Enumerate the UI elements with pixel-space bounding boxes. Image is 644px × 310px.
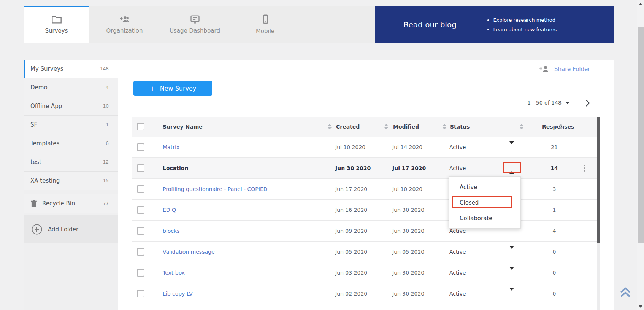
table-row: Text box Jun 03 2020 Jun 30 2020 Active … bbox=[132, 262, 597, 283]
status-value: Active bbox=[449, 144, 466, 150]
modified-date: Jun 30 2020 bbox=[392, 228, 424, 234]
row-checkbox[interactable] bbox=[137, 206, 144, 214]
survey-name-link[interactable]: Location bbox=[163, 165, 188, 171]
folder-label: Templates bbox=[30, 140, 59, 147]
tab-surveys[interactable]: Surveys bbox=[24, 6, 89, 43]
responses-count: 0 bbox=[543, 291, 566, 297]
share-folder-label: Share Folder bbox=[554, 66, 590, 73]
row-checkbox[interactable] bbox=[137, 248, 144, 256]
share-folder-button[interactable]: Share Folder bbox=[539, 65, 590, 74]
table-row: Lib copy LV Jun 02 2020 Jun 30 2020 Acti… bbox=[132, 283, 597, 304]
dashboard-icon bbox=[190, 15, 200, 24]
folder-count: 4 bbox=[106, 85, 109, 90]
status-value: Active bbox=[449, 228, 466, 234]
sidebar-item-offline-app[interactable]: Offline App 10 bbox=[24, 97, 118, 116]
column-header-created[interactable]: Created bbox=[336, 124, 360, 130]
survey-name-link[interactable]: Lib copy LV bbox=[163, 291, 193, 297]
person-add-icon bbox=[119, 15, 130, 24]
table-row: Profiling questionnaire - Panel - COPIED… bbox=[132, 179, 597, 200]
sidebar-item-sf[interactable]: SF 1 bbox=[24, 116, 118, 134]
tab-label: Surveys bbox=[45, 27, 68, 34]
survey-dashboard-page: Surveys Organization Usage Dashboard bbox=[0, 0, 644, 310]
status-option-collaborate[interactable]: Collaborate bbox=[449, 210, 520, 226]
sort-icon[interactable] bbox=[520, 124, 523, 129]
tab-usage-dashboard[interactable]: Usage Dashboard bbox=[160, 6, 230, 43]
responses-count: 0 bbox=[543, 249, 566, 255]
status-option-active[interactable]: Active bbox=[449, 179, 520, 195]
status-dropdown-toggle[interactable] bbox=[509, 144, 514, 150]
tab-label: Usage Dashboard bbox=[170, 27, 220, 34]
survey-list-area: Share Folder + New Survey 1 - 50 of 148 … bbox=[118, 60, 614, 310]
row-checkbox[interactable] bbox=[137, 269, 144, 277]
sidebar-item-xa-testing[interactable]: XA testing 15 bbox=[24, 172, 118, 190]
new-survey-label: New Survey bbox=[160, 85, 197, 92]
survey-name-link[interactable]: ED Q bbox=[163, 207, 176, 213]
next-page-button[interactable] bbox=[583, 99, 592, 107]
folder-count: 12 bbox=[103, 159, 109, 165]
column-header-modified[interactable]: Modified bbox=[393, 124, 419, 130]
sidebar-item-recycle-bin[interactable]: Recycle Bin 77 bbox=[24, 194, 118, 213]
row-checkbox[interactable] bbox=[137, 185, 144, 193]
blog-banner-title[interactable]: Read our blog bbox=[375, 20, 485, 29]
sidebar-item-test[interactable]: test 12 bbox=[24, 153, 118, 172]
sort-icon[interactable] bbox=[328, 124, 332, 129]
row-checkbox[interactable] bbox=[137, 164, 144, 172]
created-date: Jul 10 2020 bbox=[335, 144, 365, 150]
survey-name-link[interactable]: Text box bbox=[163, 270, 185, 276]
add-folder-button[interactable]: Add Folder bbox=[24, 215, 118, 243]
sidebar-item-demo[interactable]: Demo 4 bbox=[24, 78, 118, 97]
select-all-checkbox[interactable] bbox=[137, 123, 144, 130]
sidebar-item-my-surveys[interactable]: My Surveys 148 bbox=[24, 60, 118, 78]
survey-name-link[interactable]: Profiling questionnaire - Panel - COPIED bbox=[163, 186, 268, 192]
status-dropdown-toggle[interactable] bbox=[509, 291, 514, 297]
tab-label: Organization bbox=[106, 27, 143, 34]
scroll-to-top-icon[interactable] bbox=[619, 286, 632, 298]
survey-name-link[interactable]: blocks bbox=[163, 228, 179, 234]
status-dropdown-toggle[interactable] bbox=[509, 249, 514, 255]
table-scrollbar-thumb[interactable] bbox=[597, 117, 600, 243]
modified-date: Jul 17 2020 bbox=[392, 165, 426, 171]
plus-circle-icon bbox=[31, 224, 43, 235]
folder-label: Demo bbox=[30, 84, 48, 91]
page-scrollbar-thumb[interactable] bbox=[638, 27, 644, 243]
status-dropdown-toggle[interactable] bbox=[509, 228, 514, 234]
row-checkbox[interactable] bbox=[137, 143, 144, 151]
scrollbar-down-arrow-icon[interactable] bbox=[639, 305, 642, 308]
page-scrollbar[interactable] bbox=[637, 0, 644, 310]
row-actions-kebab-icon[interactable] bbox=[584, 165, 585, 172]
created-date: Jun 05 2020 bbox=[335, 249, 367, 255]
folder-count: 6 bbox=[106, 141, 109, 146]
folder-label: SF bbox=[30, 121, 37, 128]
column-header-survey-name[interactable]: Survey Name bbox=[163, 124, 203, 130]
status-dropdown-toggle[interactable] bbox=[509, 270, 514, 276]
add-folder-label: Add Folder bbox=[48, 226, 78, 233]
modified-date: Jun 30 2020 bbox=[392, 291, 424, 297]
new-survey-button[interactable]: + New Survey bbox=[133, 81, 212, 96]
tab-mobile[interactable]: Mobile bbox=[230, 6, 300, 43]
sort-icon[interactable] bbox=[443, 124, 446, 129]
responses-count: 0 bbox=[543, 270, 566, 276]
table-row: Matrix Jul 10 2020 Jul 14 2020 Active 21 bbox=[132, 137, 597, 158]
scrollbar-up-arrow-icon[interactable] bbox=[639, 3, 642, 5]
tab-organization[interactable]: Organization bbox=[89, 6, 160, 43]
folder-sidebar: My Surveys 148 Demo 4 Offline App 10 SF … bbox=[24, 60, 118, 310]
folder-count: 77 bbox=[103, 201, 109, 206]
sort-icon[interactable] bbox=[559, 124, 563, 129]
created-date: Jun 09 2020 bbox=[335, 228, 367, 234]
survey-name-link[interactable]: Matrix bbox=[163, 144, 179, 150]
modified-date: Jul 14 2020 bbox=[392, 144, 422, 150]
annotation-box-caret bbox=[503, 162, 521, 173]
table-row: blocks Jun 09 2020 Jun 30 2020 Active 4 bbox=[132, 221, 597, 242]
table-scrollbar[interactable] bbox=[597, 117, 600, 310]
sidebar-item-templates[interactable]: Templates 6 bbox=[24, 134, 118, 153]
blog-banner: Read our blog Explore research method Le… bbox=[375, 6, 614, 43]
created-date: Jun 03 2020 bbox=[335, 270, 367, 276]
row-checkbox[interactable] bbox=[137, 227, 144, 235]
pagination-range-selector[interactable]: 1 - 50 of 148 bbox=[527, 100, 570, 106]
column-header-responses[interactable]: Responses bbox=[542, 124, 574, 130]
row-checkbox[interactable] bbox=[137, 290, 144, 297]
survey-name-link[interactable]: Validation message bbox=[163, 249, 215, 255]
column-header-status[interactable]: Status bbox=[450, 124, 470, 130]
sort-icon[interactable] bbox=[384, 124, 388, 129]
folder-count: 1 bbox=[106, 122, 109, 127]
